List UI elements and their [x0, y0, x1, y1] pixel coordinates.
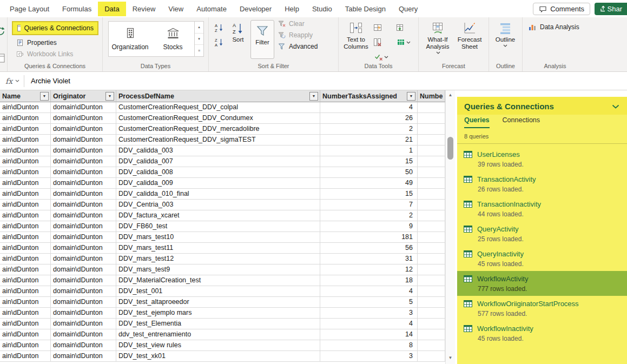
cell[interactable]: 56 [320, 243, 418, 254]
cell[interactable]: DDV_test_view rules [116, 340, 320, 351]
cell[interactable]: domain\dDunton [51, 308, 116, 319]
remove-duplicates-button[interactable] [371, 36, 384, 49]
scroll-up-arrow[interactable]: ▲ [446, 92, 455, 97]
cell[interactable]: DDV_test_001 [116, 286, 320, 297]
cell[interactable]: domain\dDunton [51, 275, 116, 286]
cell[interactable]: DDV_test_altaproeedor [116, 297, 320, 308]
gallery-more-button[interactable]: ≡ [195, 45, 203, 56]
cell[interactable]: domain\dDunton [51, 189, 116, 200]
cell[interactable]: 49 [320, 178, 418, 189]
text-to-columns-button[interactable]: Text to Columns [342, 20, 369, 50]
cell[interactable]: DDV_mars_test11 [116, 243, 320, 254]
cell[interactable]: 31 [320, 254, 418, 264]
cell[interactable] [418, 243, 445, 254]
cell[interactable]: 181 [320, 232, 418, 243]
cell[interactable] [418, 340, 445, 351]
panel-tab-connections[interactable]: Connections [503, 116, 540, 128]
stocks-data-type[interactable]: Stocks [151, 22, 194, 56]
cell[interactable]: DDV_test_Elementia [116, 319, 320, 329]
sort-az-button[interactable]: AZ [213, 21, 226, 34]
sort-za-button[interactable]: ZA [213, 36, 226, 49]
cell[interactable]: 4 [320, 286, 418, 297]
cell[interactable]: domain\dDunton [51, 135, 116, 145]
cell[interactable]: ain\dDunton [0, 264, 51, 275]
query-item-queryinactivity[interactable]: QueryInactivity45 rows loaded. [457, 246, 627, 271]
cell[interactable]: ain\dDunton [0, 145, 51, 156]
cell[interactable]: ain\dDunton [0, 340, 51, 351]
cell[interactable]: ain\dDunton [0, 124, 51, 135]
cell[interactable]: DDV_calidda_009 [116, 178, 320, 189]
cell[interactable]: ain\dDunton [0, 329, 51, 340]
cell[interactable]: 2 [320, 124, 418, 135]
cell[interactable]: 5 [320, 297, 418, 308]
query-item-userlicenses[interactable]: UserLicenses39 rows loaded. [457, 147, 627, 171]
cell[interactable]: 21 [320, 135, 418, 145]
cell[interactable]: DDV_test_ejemplo mars [116, 308, 320, 319]
what-if-analysis-button[interactable]: What-If Analysis [423, 20, 453, 54]
filter-button[interactable]: Filter [250, 20, 274, 59]
data-validation-button[interactable] [371, 50, 392, 63]
cell[interactable] [418, 156, 445, 167]
cell[interactable] [418, 351, 445, 362]
refresh-all-icon[interactable] [0, 25, 6, 37]
cell[interactable] [418, 210, 445, 221]
cell[interactable] [418, 178, 445, 189]
cell[interactable] [418, 145, 445, 156]
cell[interactable]: domain\dDunton [51, 243, 116, 254]
cell[interactable]: CustomerCreationRequest_DDV_Condumex [116, 113, 320, 124]
cell[interactable] [418, 264, 445, 275]
cell[interactable]: CustomerCreationRequest_DDV_colpal [116, 102, 320, 113]
sort-button[interactable]: AZ Sort [227, 20, 249, 43]
filter-dropdown-numbertasksassigned[interactable]: ▼ [407, 92, 415, 101]
cell[interactable]: DDV_calidda_008 [116, 167, 320, 178]
cell[interactable] [418, 189, 445, 200]
cell[interactable]: DDV_Centria_003 [116, 200, 320, 210]
filter-dropdown-processdefname[interactable]: ▼ [309, 92, 318, 101]
comments-button[interactable]: Comments [533, 3, 590, 15]
gallery-up-arrow[interactable]: ▴ [195, 22, 203, 34]
cell[interactable]: ain\dDunton [0, 210, 51, 221]
cell[interactable]: domain\dDunton [51, 102, 116, 113]
query-item-transactioninactivity[interactable]: TransactionInactivity44 rows loaded. [457, 196, 627, 221]
tab-review[interactable]: Review [126, 2, 162, 16]
cell[interactable]: 8 [320, 340, 418, 351]
cell[interactable]: ain\dDunton [0, 286, 51, 297]
data-model-button[interactable] [393, 36, 414, 49]
properties-button[interactable]: Properties [16, 39, 102, 47]
cell[interactable]: domain\dDunton [51, 200, 116, 210]
cell[interactable]: DDV_FB60_test [116, 221, 320, 232]
cell[interactable]: ain\dDunton [0, 308, 51, 319]
data-analysis-button[interactable]: Data Analysis [528, 23, 582, 31]
cell[interactable] [418, 329, 445, 340]
cell[interactable]: 4 [320, 319, 418, 329]
cell[interactable]: ain\dDunton [0, 254, 51, 264]
cell[interactable] [418, 286, 445, 297]
cell[interactable]: 12 [320, 264, 418, 275]
cell[interactable]: ain\dDunton [0, 243, 51, 254]
cell[interactable] [418, 200, 445, 210]
flash-fill-button[interactable] [371, 21, 384, 34]
cell[interactable]: domain\dDunton [51, 178, 116, 189]
fx-icon[interactable]: fx [5, 77, 12, 85]
cell[interactable] [418, 135, 445, 145]
scrollbar-thumb[interactable] [447, 137, 453, 160]
cell[interactable]: ain\dDunton [0, 297, 51, 308]
query-item-workfloworiiginatorstartprocess[interactable]: WorkflowOriiginatorStartProcess577 rows … [457, 296, 627, 321]
query-item-queryactivity[interactable]: QueryActivity25 rows loaded. [457, 221, 627, 246]
cell[interactable]: domain\dDunton [51, 340, 116, 351]
tab-automate[interactable]: Automate [190, 2, 233, 16]
tab-data[interactable]: Data [98, 2, 126, 16]
cell[interactable]: 7 [320, 200, 418, 210]
cell[interactable]: CustomerCreationRequest_DDV_sigmaTEST [116, 135, 320, 145]
cell[interactable]: DDV_mars_test12 [116, 254, 320, 264]
chevron-down-icon[interactable] [612, 104, 619, 109]
cell[interactable]: ain\dDunton [0, 221, 51, 232]
filter-dropdown-name[interactable]: ▼ [40, 92, 49, 101]
tab-query[interactable]: Query [392, 2, 424, 16]
cell[interactable]: 4 [320, 102, 418, 113]
cell[interactable]: 26 [320, 113, 418, 124]
cell[interactable]: domain\dDunton [51, 221, 116, 232]
cell[interactable]: ain\dDunton [0, 135, 51, 145]
cell[interactable]: domain\dDunton [51, 232, 116, 243]
filter-dropdown-originator[interactable]: ▼ [105, 92, 114, 101]
